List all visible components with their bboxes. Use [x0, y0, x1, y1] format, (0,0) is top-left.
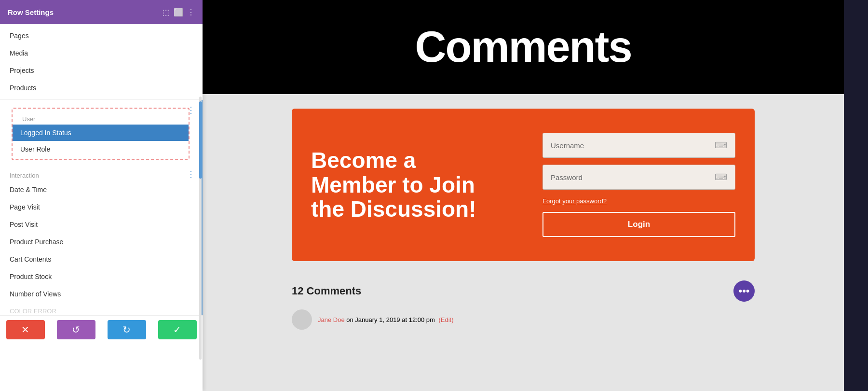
forgot-password-link[interactable]: Forgot your password? — [542, 197, 607, 205]
panel-header-icons: ⬚ ⬜ ⋮ — [163, 8, 195, 17]
main-content: Comments Become a Member to Join the Dis… — [203, 0, 844, 391]
more-icon[interactable]: ⋮ — [187, 8, 195, 17]
password-input-wrapper[interactable]: Password ⌨ — [542, 165, 735, 190]
undo-button[interactable]: ↺ — [57, 320, 95, 339]
login-tagline: Become a Member to Join the Discussion! — [311, 148, 494, 222]
comments-more-button[interactable]: ••• — [733, 280, 755, 302]
left-panel: Row Settings ⬚ ⬜ ⋮ Pages Media Projects … — [0, 0, 203, 391]
comments-count: 12 Comments — [292, 285, 361, 297]
right-strip — [844, 0, 868, 391]
login-form: Username ⌨ Password ⌨ Forgot your passwo… — [542, 133, 735, 237]
comments-header: 12 Comments ••• — [292, 280, 755, 302]
grid-icon[interactable]: ⬜ — [174, 8, 183, 17]
user-section-label: User — [13, 111, 189, 125]
menu-list: Pages Media Projects Products — [0, 24, 203, 100]
interaction-more-dots[interactable]: ⋮ — [187, 169, 195, 180]
menu-item-partial[interactable]: COLOR ERROR — [0, 305, 201, 315]
password-icon: ⌨ — [715, 172, 727, 182]
menu-item-page-visit[interactable]: Page Visit — [0, 198, 201, 216]
password-placeholder: Password — [551, 173, 583, 182]
menu-item-product-purchase[interactable]: Product Purchase — [0, 233, 201, 251]
nav-item-projects[interactable]: Projects — [0, 62, 203, 79]
user-section-box: User Logged In Status User Role — [12, 108, 190, 160]
nav-item-pages[interactable]: Pages — [0, 27, 203, 44]
expand-icon[interactable]: ⬚ — [163, 8, 170, 17]
save-button[interactable]: ✓ — [158, 320, 197, 339]
scrollbar-thumb[interactable] — [199, 101, 202, 179]
nav-item-media[interactable]: Media — [0, 44, 203, 62]
hero-title: Comments — [415, 22, 631, 72]
comment-row: Jane Doe on January 1, 2019 at 12:00 pm … — [292, 309, 755, 330]
menu-item-cart-contents[interactable]: Cart Contents — [0, 251, 201, 268]
menu-item-date-time[interactable]: Date & Time — [0, 181, 201, 198]
login-card: Become a Member to Join the Discussion! … — [292, 109, 755, 261]
interaction-section-label: Interaction — [0, 167, 201, 181]
username-input-wrapper[interactable]: Username ⌨ — [542, 133, 735, 158]
login-button[interactable]: Login — [542, 212, 735, 237]
comments-section: 12 Comments ••• Jane Doe on January 1, 2… — [292, 280, 755, 330]
comment-edit[interactable]: (Edit) — [438, 316, 453, 323]
comment-date: on January 1, 2019 at 12:00 pm — [346, 316, 435, 323]
nav-item-products[interactable]: Products — [0, 79, 203, 97]
menu-item-number-of-views[interactable]: Number of Views — [0, 285, 201, 303]
menu-item-user-role[interactable]: User Role — [13, 141, 189, 157]
scrollbar[interactable] — [199, 97, 202, 360]
comment-author: Jane Doe — [318, 316, 345, 323]
section-more-dots[interactable]: ⋮ — [187, 105, 195, 115]
panel-title: Row Settings — [8, 8, 54, 16]
content-area: Become a Member to Join the Discussion! … — [203, 94, 844, 391]
bottom-bar: ✕ ↺ ↻ ✓ — [0, 315, 203, 343]
hero-section: Comments — [203, 0, 844, 94]
menu-item-product-stock[interactable]: Product Stock — [0, 268, 201, 285]
panel-header: Row Settings ⬚ ⬜ ⋮ — [0, 0, 203, 24]
username-placeholder: Username — [551, 141, 584, 150]
cancel-button[interactable]: ✕ — [6, 320, 45, 339]
menu-item-post-visit[interactable]: Post Visit — [0, 216, 201, 233]
redo-button[interactable]: ↻ — [108, 320, 146, 339]
comment-meta: Jane Doe on January 1, 2019 at 12:00 pm … — [318, 316, 454, 323]
username-icon: ⌨ — [715, 140, 727, 151]
menu-item-logged-in-status[interactable]: Logged In Status — [13, 125, 189, 141]
comment-avatar — [292, 309, 312, 330]
